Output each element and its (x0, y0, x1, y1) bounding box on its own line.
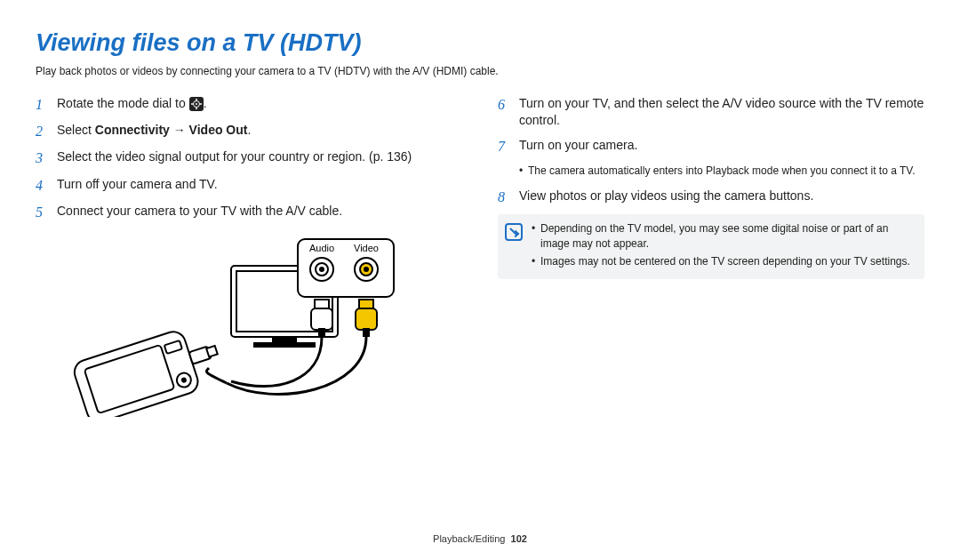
step-2-prefix: Select (57, 123, 95, 137)
svg-rect-2 (272, 337, 297, 342)
step-4: 4 Turn off your camera and TV. (36, 176, 462, 196)
audio-label: Audio (309, 243, 334, 253)
page-number: 102 (511, 533, 527, 544)
mode-dial-icon (189, 97, 204, 111)
footer-section: Playback/Editing (433, 533, 505, 544)
connection-diagram: Audio Video (53, 230, 462, 422)
svg-rect-12 (311, 308, 332, 330)
svg-rect-23 (206, 346, 218, 357)
video-label: Video (354, 243, 379, 253)
av-port-panel-icon: Audio Video (298, 239, 394, 297)
step-2: 2 Select Connectivity → Video Out. (36, 122, 462, 141)
svg-rect-13 (318, 328, 325, 337)
step-text: Turn on your camera. (519, 137, 924, 155)
page-title: Viewing files on a TV (HDTV) (36, 27, 924, 60)
camera-icon (71, 320, 226, 417)
step-1-after: . (204, 96, 207, 110)
step-text: View photos or play videos using the cam… (519, 188, 924, 205)
step-text: Connect your camera to your TV with the … (57, 203, 462, 220)
step-number: 1 (36, 95, 48, 115)
note-item: Depending on the TV model, you may see s… (532, 221, 914, 252)
step-1: 1 Rotate the mode dial to . (36, 95, 462, 115)
svg-rect-16 (363, 328, 370, 337)
step-number: 6 (498, 95, 510, 115)
av-diagram-svg: Audio Video (53, 230, 409, 417)
left-column: 1 Rotate the mode dial to . 2 Select Con… (36, 95, 462, 422)
right-column: 6 Turn on your TV, and then select the A… (498, 95, 924, 422)
step-7: 7 Turn on your camera. (498, 137, 924, 156)
step-2-suffix: . (247, 123, 251, 137)
step-text: Select Connectivity → Video Out. (57, 122, 462, 140)
step-number: 5 (36, 203, 48, 222)
step-text: Turn on your TV, and then select the A/V… (519, 95, 924, 130)
rca-plug-yellow-icon (356, 300, 377, 337)
step-1-before: Rotate the mode dial to (57, 96, 189, 110)
step-3: 3 Select the video signal output for you… (36, 148, 462, 168)
step-text: Turn off your camera and TV. (57, 176, 462, 194)
intro-text: Play back photos or videos by connecting… (36, 64, 924, 79)
step-text: Select the video signal output for your … (57, 148, 462, 166)
svg-rect-3 (253, 342, 316, 348)
page-footer: Playback/Editing 102 (0, 532, 960, 546)
sub-bullet: The camera automatically enters into Pla… (519, 164, 924, 179)
note-item: Images may not be centered on the TV scr… (532, 254, 914, 269)
step-number: 7 (498, 137, 510, 156)
svg-point-10 (364, 267, 369, 272)
note-box: Depending on the TV model, you may see s… (498, 214, 924, 278)
step-2-bold: Connectivity → Video Out (95, 123, 248, 137)
step-number: 3 (36, 148, 48, 168)
note-list: Depending on the TV model, you may see s… (532, 221, 914, 271)
step-number: 4 (36, 176, 48, 196)
svg-rect-15 (356, 308, 377, 330)
step-number: 2 (36, 122, 48, 141)
step-6: 6 Turn on your TV, and then select the A… (498, 95, 924, 130)
step-number: 8 (498, 188, 510, 207)
step-8: 8 View photos or play videos using the c… (498, 188, 924, 207)
content-columns: 1 Rotate the mode dial to . 2 Select Con… (36, 95, 924, 422)
step-5: 5 Connect your camera to your TV with th… (36, 203, 462, 222)
step-text: Rotate the mode dial to . (57, 95, 462, 113)
note-icon (505, 223, 523, 241)
svg-point-7 (319, 267, 324, 272)
step-7-subnote: The camera automatically enters into Pla… (519, 164, 924, 179)
